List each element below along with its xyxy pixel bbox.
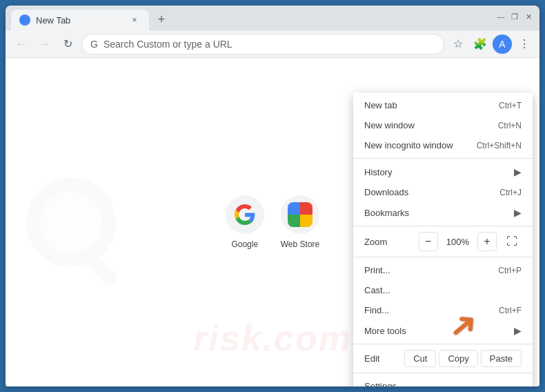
shortcuts-container: Google Web Store [226,195,319,249]
zoom-value: 100% [438,237,477,247]
menu-item-incognito-label: New incognito window [364,140,466,150]
new-tab-button[interactable]: + [152,10,171,29]
google-icon: G [90,39,98,50]
tab-favicon [19,14,30,26]
context-menu: New tab Ctrl+T New window Ctrl+N New inc… [353,92,533,386]
menu-item-cast-label: Cast... [364,285,522,295]
menu-item-incognito[interactable]: New incognito window Ctrl+Shift+N [353,135,533,155]
paste-button[interactable]: Paste [481,350,522,367]
shortcut-webstore-label: Web Store [281,239,319,249]
menu-item-print[interactable]: Print... Ctrl+P [353,260,533,280]
menu-item-settings[interactable]: Settings [353,376,533,386]
profile-button[interactable]: A [493,35,512,54]
extensions-button[interactable]: 🧩 [470,35,490,54]
tab-close-button[interactable]: × [128,14,141,26]
menu-item-new-tab[interactable]: New tab Ctrl+T [353,95,533,115]
edit-label: Edit [364,353,402,364]
history-arrow-icon: ▶ [514,166,522,177]
browser-toolbar: ← → ↻ G Search Custom or type a URL ☆ 🧩 … [6,30,539,58]
forward-button[interactable]: → [34,35,54,54]
omnibox[interactable]: G Search Custom or type a URL [81,34,444,55]
fullscreen-icon[interactable]: ⛶ [502,232,522,251]
zoom-label: Zoom [364,237,419,247]
menu-item-new-window-shortcut: Ctrl+N [498,121,522,130]
menu-item-history[interactable]: History ▶ [353,161,533,182]
menu-item-new-window[interactable]: New window Ctrl+N [353,115,533,135]
back-button[interactable]: ← [11,35,30,54]
separator-1 [353,158,533,159]
google-shortcut-icon [226,195,264,234]
toolbar-icons: ☆ 🧩 A ⋮ [448,35,534,54]
bookmark-button[interactable]: ☆ [448,35,468,54]
separator-2 [353,226,533,226]
maximize-button[interactable]: ❐ [509,11,520,22]
minimize-button[interactable]: — [495,11,506,22]
menu-item-downloads-shortcut: Ctrl+J [499,188,522,197]
more-tools-arrow-icon: ▶ [514,325,522,336]
page-content: risk.com R Google [6,58,539,386]
menu-item-new-tab-shortcut: Ctrl+T [499,101,522,110]
menu-item-bookmarks[interactable]: Bookmarks ▶ [353,202,533,223]
menu-item-downloads[interactable]: Downloads Ctrl+J [353,182,533,202]
menu-item-new-tab-label: New tab [364,100,488,110]
omnibox-text: Search Custom or type a URL [103,39,435,50]
separator-5 [353,373,533,373]
browser-window: New Tab × + — ❐ ✕ ← → ↻ G Search Custom … [6,6,539,386]
menu-item-zoom: Zoom − 100% + ⛶ [353,229,533,254]
menu-item-find-shortcut: Ctrl+F [499,306,522,315]
close-button[interactable]: ✕ [523,11,534,22]
menu-item-bookmarks-label: Bookmarks [364,208,508,218]
shortcut-webstore[interactable]: Web Store [281,195,319,249]
zoom-minus-button[interactable]: − [419,232,438,251]
menu-item-print-shortcut: Ctrl+P [498,266,522,275]
menu-item-history-label: History [364,167,508,177]
menu-item-edit: Edit Cut Copy Paste [353,347,533,370]
webstore-shortcut-icon [281,195,319,234]
refresh-button[interactable]: ↻ [58,35,77,54]
watermark-text: risk.com [193,317,352,359]
cut-button[interactable]: Cut [404,350,436,367]
title-bar: New Tab × + — ❐ ✕ [6,6,539,30]
copy-button[interactable]: Copy [439,350,477,367]
window-controls: — ❐ ✕ [495,11,534,22]
watermark-magnifier [26,177,116,267]
menu-item-cast[interactable]: Cast... [353,280,533,300]
menu-item-settings-label: Settings [364,381,522,386]
menu-item-new-window-label: New window [364,120,487,130]
tab-title: New Tab [36,15,123,26]
menu-item-downloads-label: Downloads [364,187,488,197]
separator-4 [353,344,533,344]
bookmarks-arrow-icon: ▶ [514,207,522,218]
menu-item-incognito-shortcut: Ctrl+Shift+N [477,141,522,150]
zoom-plus-button[interactable]: + [477,232,497,251]
menu-button[interactable]: ⋮ [515,35,534,54]
browser-tab[interactable]: New Tab × [11,10,149,30]
shortcut-google[interactable]: Google [226,195,264,249]
menu-item-print-label: Print... [364,265,487,275]
shortcut-google-label: Google [231,239,258,249]
separator-3 [353,257,533,257]
